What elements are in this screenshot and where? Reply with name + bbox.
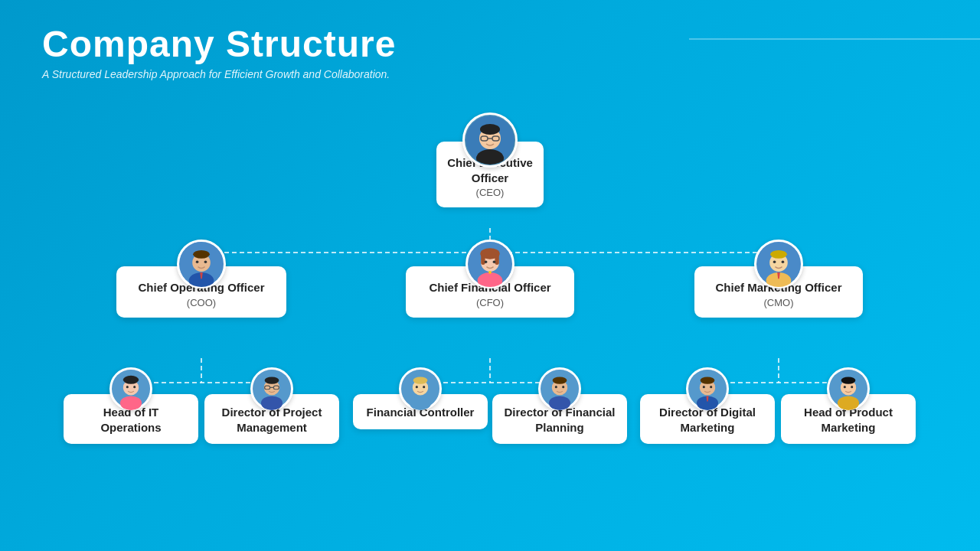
header: Company Structure A Structured Leadershi…: [42, 23, 396, 80]
svg-point-39: [488, 271, 492, 274]
head-it-avatar: [109, 367, 152, 410]
svg-point-65: [423, 386, 425, 388]
head-pm-avatar: [827, 367, 870, 410]
svg-point-80: [838, 396, 859, 410]
svg-point-37: [485, 260, 488, 263]
svg-rect-36: [495, 253, 498, 265]
cfo-avatar: [466, 240, 514, 289]
svg-point-71: [562, 386, 564, 388]
svg-point-84: [851, 386, 853, 388]
decorative-line: [689, 38, 980, 40]
svg-point-61: [410, 396, 431, 410]
svg-point-83: [844, 386, 846, 388]
ceo-avatar: [462, 112, 518, 168]
svg-point-70: [555, 386, 557, 388]
svg-point-45: [782, 260, 785, 263]
ceo-abbr: (CEO): [446, 187, 534, 198]
svg-point-67: [549, 396, 570, 410]
cmo-avatar: [754, 240, 803, 289]
svg-point-50: [123, 376, 139, 384]
svg-point-64: [416, 386, 418, 388]
svg-point-43: [770, 250, 787, 259]
svg-point-38: [493, 260, 496, 263]
svg-point-48: [120, 396, 142, 410]
cmo-abbr: (CMO): [704, 297, 854, 308]
svg-point-44: [773, 260, 776, 263]
svg-point-54: [261, 396, 283, 410]
dir-fp-avatar: [538, 367, 581, 410]
dir-dm-avatar: [686, 367, 729, 410]
dir-pm-avatar: [250, 367, 293, 410]
svg-point-77: [710, 386, 712, 388]
coo-avatar: [177, 240, 226, 289]
svg-point-69: [553, 377, 567, 383]
page-subtitle: A Structured Leadership Approach for Eff…: [42, 68, 396, 80]
svg-point-28: [196, 260, 199, 263]
cfo-abbr: (CFO): [415, 297, 565, 308]
coo-abbr: (COO): [126, 297, 277, 308]
svg-point-82: [841, 377, 856, 383]
svg-point-63: [413, 377, 428, 383]
fin-ctrl-avatar: [399, 367, 442, 410]
svg-point-29: [204, 260, 207, 263]
svg-point-51: [126, 386, 129, 388]
page-title: Company Structure: [42, 23, 396, 65]
svg-point-75: [701, 377, 715, 383]
svg-point-56: [265, 377, 279, 383]
svg-rect-35: [481, 253, 485, 265]
svg-point-76: [703, 386, 705, 388]
svg-point-27: [193, 250, 210, 259]
svg-point-20: [480, 124, 500, 135]
svg-point-52: [133, 386, 136, 388]
